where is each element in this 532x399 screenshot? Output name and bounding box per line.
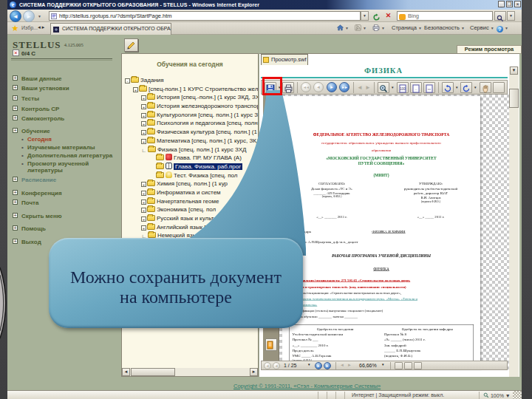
next-view-icon[interactable]: ► [347, 363, 352, 367]
minimize-button[interactable]: _ [498, 1, 505, 7]
address-dropdown-icon[interactable]: ▼ [361, 11, 369, 21]
sidebar-item[interactable]: •Изучаемые материалы [13, 144, 120, 151]
expand-icon[interactable]: + [13, 177, 18, 182]
scroll-down-icon[interactable]: ▼ [510, 66, 518, 75]
tree-item-label[interactable]: Химия [спец. полн.] (1 кур [157, 180, 228, 187]
search-button[interactable] [494, 11, 506, 21]
tree-row[interactable]: Глава. ПР. МУ ГЛАВА (А) [125, 154, 259, 163]
scroll-right-icon[interactable]: ► [250, 368, 258, 376]
expand-icon[interactable]: + [13, 75, 18, 81]
rotate-right-button[interactable] [460, 82, 472, 93]
expand-icon[interactable]: + [13, 225, 18, 231]
expand-icon[interactable]: + [141, 225, 146, 231]
export-page-icon[interactable] [265, 114, 277, 126]
tree-item-label[interactable]: Психология и педагогика [спец. полн. [157, 120, 259, 126]
expand-icon[interactable]: + [141, 216, 146, 222]
expand-icon[interactable]: + [13, 85, 18, 90]
tree-item-label[interactable]: Информатика и систем [157, 189, 221, 196]
tree-item-label[interactable]: Физика [спец. полн.] (1 курс ЗХД [157, 146, 247, 153]
sidebar-item[interactable]: •Дополнительная литература [13, 152, 120, 159]
hand-tool-button[interactable] [480, 82, 491, 93]
tree-item-label[interactable]: Глава. ПР. МУ ГЛАВА (А) [174, 154, 242, 161]
expand-icon[interactable]: + [13, 239, 18, 244]
expand-icon[interactable]: + [141, 191, 146, 196]
prev-view-icon[interactable]: ◄ [357, 84, 363, 91]
tree-row[interactable]: +Химия [спец. полн.] (1 кур [125, 180, 259, 188]
sidebar-item[interactable]: +Скрыть меню [13, 213, 120, 219]
prev-view-icon[interactable]: ◄ [340, 363, 344, 367]
tree-item-label[interactable]: Культурология [спец. полн.] (1 курс ЗКД [157, 112, 259, 118]
tree-row[interactable]: +Физическая культура [спец. полн.] (1 [125, 128, 259, 137]
tree-row[interactable]: +Английский язык [с [125, 223, 259, 232]
sidebar-item[interactable]: +Помощь [13, 225, 120, 232]
expand-icon[interactable]: + [141, 200, 146, 205]
rotate-right-dropdown-icon[interactable]: ▼ [474, 86, 477, 89]
expand-icon[interactable]: + [141, 95, 146, 100]
zoom-dropdown-icon[interactable]: ▼ [381, 363, 384, 366]
single-page-icon[interactable] [395, 362, 403, 369]
scroll-left-icon[interactable]: ◄ [122, 368, 130, 376]
tree-item-label[interactable]: Математика [спец. полн.] (1 курс, ЗКД [157, 137, 259, 144]
expand-icon[interactable]: + [13, 115, 18, 120]
expand-icon[interactable]: + [141, 130, 146, 135]
viewer-scrollbar[interactable]: ▲ ▼ [509, 66, 519, 378]
sidebar-item[interactable]: +Обучение [13, 128, 120, 134]
title-bar[interactable]: e СИСТЕМА ПОДДЕРЖКИ ОТКРЫТОГО ОБРАЗОВАНИ… [7, 0, 522, 10]
tree-item-label[interactable]: Задания [140, 77, 164, 83]
tree-row[interactable]: +История железнодорожного транспорта [125, 102, 259, 111]
first-page-button[interactable]: ◄◄ [301, 82, 311, 92]
prev-page-button[interactable]: ◄ [313, 82, 324, 92]
maximize-button[interactable]: ❐ [506, 1, 513, 7]
next-view-icon[interactable]: ► [365, 84, 371, 91]
favorites-label[interactable]: Избр... [21, 25, 38, 30]
tree-row[interactable]: +[спец-полн.] 1 КУРС Строительство жел [125, 85, 259, 94]
tree-row[interactable]: +История [спец.-полн.] (1 курс ЗКД, ЗХД [125, 93, 259, 102]
sidebar-item[interactable]: +Ваши установки [13, 85, 120, 92]
fit-page-button[interactable]: ▭ [423, 82, 435, 93]
resize-grip[interactable] [513, 391, 522, 399]
next-page-button[interactable]: ► [327, 82, 337, 92]
tree-row[interactable]: +Культурология [спец. полн.] (1 курс ЗКД [125, 111, 259, 120]
tree-row[interactable]: +Математика [спец. полн.] (1 курс, ЗКД [125, 137, 259, 146]
tree-item-label[interactable]: История [спец.-полн.] (1 курс ЗКД, ЗХД [157, 94, 259, 100]
expand-icon[interactable]: + [141, 139, 146, 144]
tree-item-label[interactable]: Экономика [спец. пол [157, 206, 216, 213]
tree-row[interactable]: +Экономика [спец. пол [125, 205, 259, 214]
sidebar-item[interactable]: •Просмотр изученной литературы [13, 160, 120, 174]
tree-item-label[interactable]: Английский язык [с [157, 224, 208, 231]
tree-item-label[interactable]: Физическая культура [спец. полн.] (1 [157, 129, 257, 135]
actual-size-button[interactable]: 100 [397, 82, 409, 93]
search-dropdown-icon[interactable]: ▼ [507, 11, 515, 21]
tree-horizontal-scrollbar[interactable]: ◄ ► [122, 368, 258, 376]
zoom-dropdown-icon[interactable]: ▼ [391, 86, 394, 89]
zoom-button[interactable] [378, 82, 389, 93]
facing-pages-icon[interactable] [404, 362, 412, 369]
save-as-icon[interactable] [265, 98, 277, 110]
page-dropdown-icon[interactable]: ▼ [307, 363, 310, 366]
sidebar-item[interactable]: +Контроль СР [13, 106, 120, 112]
expand-icon[interactable]: + [13, 200, 18, 205]
address-bar[interactable]: http://stellus.rgotups.ru/?dsmtp/StartPa… [49, 11, 361, 21]
favorites-arrows-icon[interactable]: ◄ ► [37, 25, 45, 30]
expand-icon[interactable]: + [133, 87, 138, 92]
feeds-button[interactable]: ▼ [355, 24, 366, 31]
stop-icon[interactable]: ✕ [383, 11, 394, 21]
last-page-icon[interactable]: ► [324, 362, 331, 369]
next-page-icon[interactable]: ► [315, 362, 322, 369]
expand-icon[interactable]: + [141, 104, 146, 109]
expand-icon[interactable]: - [125, 78, 130, 83]
favorites-star-icon[interactable]: ★ [10, 24, 20, 33]
scrollbar-thumb[interactable] [509, 89, 519, 108]
refresh-button[interactable] [371, 11, 382, 21]
copy-page-icon[interactable] [265, 133, 277, 146]
tree-row[interactable]: +Русский язык и культ [125, 214, 259, 223]
print-button[interactable]: ▼ [372, 24, 385, 31]
tree-item-label[interactable]: Начертательная геоме [157, 198, 219, 205]
expand-icon[interactable]: ∟ [141, 148, 147, 154]
fit-width-button[interactable]: ↔ [410, 82, 422, 93]
continuous-icon[interactable] [414, 362, 422, 369]
last-page-button[interactable]: ►► [339, 82, 349, 92]
expand-icon[interactable]: + [13, 128, 18, 133]
page-menu[interactable]: Страница ▼ [392, 24, 422, 31]
edit-button[interactable] [124, 38, 138, 52]
